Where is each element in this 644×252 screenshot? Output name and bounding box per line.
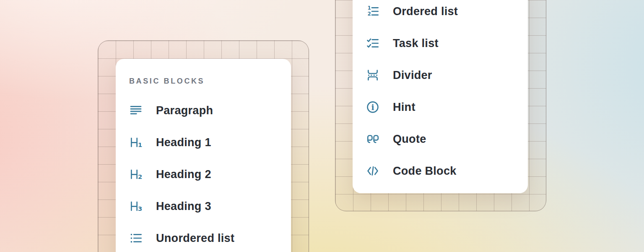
menu-item-label: Ordered list [393, 5, 458, 18]
menu-item-heading-1[interactable]: 1 Heading 1 [129, 126, 291, 158]
unordered-list-icon [129, 231, 143, 245]
menu-item-list: Paragraph 1 Heading 1 2 [129, 94, 291, 252]
hero-background: BASIC BLOCKS Paragraph 1 [0, 0, 644, 252]
divider-icon [366, 68, 379, 82]
ordered-list-icon: 1 2 [366, 5, 379, 18]
svg-text:2: 2 [138, 173, 142, 180]
menu-item-quote[interactable]: Quote [366, 123, 528, 155]
menu-item-label: Code Block [393, 165, 457, 178]
hint-icon: i [366, 100, 379, 114]
section-label: BASIC BLOCKS [129, 77, 205, 86]
menu-item-ordered-list[interactable]: 1 2 Ordered list [366, 0, 528, 27]
menu-item-heading-3[interactable]: 3 Heading 3 [129, 190, 291, 222]
menu-item-code-block[interactable]: Code Block [366, 155, 528, 187]
paragraph-icon [129, 104, 143, 117]
task-list-icon [366, 37, 379, 50]
svg-text:1: 1 [367, 5, 371, 11]
menu-item-paragraph[interactable]: Paragraph [129, 94, 291, 126]
svg-text:2: 2 [367, 11, 371, 17]
svg-text:3: 3 [138, 205, 142, 212]
heading-1-icon: 1 [129, 136, 143, 149]
menu-item-label: Unordered list [156, 232, 234, 245]
quote-icon [366, 132, 379, 146]
menu-item-label: Heading 1 [156, 136, 211, 149]
menu-item-label: Heading 3 [156, 200, 211, 213]
heading-2-icon: 2 [129, 168, 143, 181]
menu-item-label: Divider [393, 69, 432, 82]
menu-item-hint[interactable]: i Hint [366, 91, 528, 123]
code-block-icon [366, 164, 379, 178]
menu-item-heading-2[interactable]: 2 Heading 2 [129, 158, 291, 190]
menu-item-label: Paragraph [156, 104, 213, 117]
svg-text:i: i [371, 102, 374, 112]
menu-item-label: Heading 2 [156, 168, 211, 181]
blocks-menu-continued: 1 2 Ordered list [353, 0, 528, 193]
heading-3-icon: 3 [129, 200, 143, 213]
menu-item-unordered-list[interactable]: Unordered list [129, 222, 291, 252]
menu-item-label: Hint [393, 101, 415, 114]
menu-item-label: Quote [393, 133, 426, 146]
svg-text:1: 1 [138, 141, 142, 148]
menu-item-list: 1 2 Ordered list [366, 0, 528, 187]
menu-item-label: Task list [393, 37, 439, 50]
menu-item-task-list[interactable]: Task list [366, 27, 528, 59]
basic-blocks-menu: BASIC BLOCKS Paragraph 1 [116, 59, 291, 252]
menu-item-divider[interactable]: Divider [366, 59, 528, 91]
